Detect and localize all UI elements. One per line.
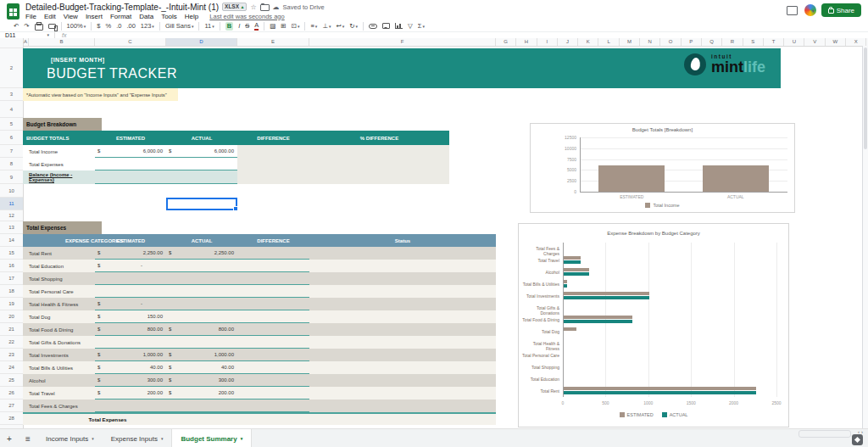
estimated-cell[interactable]	[95, 158, 166, 170]
all-sheets-button[interactable]: ≡	[19, 429, 37, 447]
row-header-13[interactable]: 13	[0, 221, 23, 234]
menu-data[interactable]: Data	[139, 13, 153, 20]
row-header-27[interactable]: 27	[0, 400, 23, 412]
table-row[interactable]: Total Shopping	[23, 272, 496, 285]
actual-cell[interactable]	[166, 285, 237, 298]
actual-cell[interactable]: $300.00	[166, 374, 237, 387]
menu-help[interactable]: Help	[185, 13, 198, 20]
menu-edit[interactable]: Edit	[44, 13, 56, 20]
difference-cell[interactable]	[237, 272, 309, 285]
star-icon[interactable]: ☆	[250, 3, 256, 11]
functions-button[interactable]: Σ▾	[418, 22, 425, 31]
row-header-4[interactable]: 4	[0, 101, 23, 118]
row-header-24[interactable]: 24	[0, 361, 23, 374]
filter-button[interactable]: ▽	[408, 22, 413, 31]
total-expenses-section-header[interactable]: Total Expenses	[23, 221, 102, 234]
table-row[interactable]: Total Investments$1,000.00$1,000.00	[23, 349, 496, 361]
budget-breakdown-section-header[interactable]: Budget Breakdown	[23, 118, 102, 131]
difference-cell[interactable]	[237, 387, 309, 400]
vertical-scrollbar[interactable]	[862, 46, 868, 428]
column-header-S[interactable]: S	[743, 38, 764, 46]
row-header-16[interactable]: 16	[0, 260, 23, 272]
row-header-14[interactable]: 14	[0, 234, 23, 247]
actual-cell[interactable]	[166, 298, 237, 310]
difference-cell[interactable]	[237, 400, 309, 412]
column-header-U[interactable]: U	[784, 38, 804, 46]
font-name-button[interactable]: Gill Sans▾	[165, 22, 194, 31]
text-color-button[interactable]: A	[254, 22, 259, 31]
estimated-cell[interactable]: $300.00	[95, 374, 166, 387]
row-header-19[interactable]: 19	[0, 298, 23, 310]
sheet-tab-expense-inputs[interactable]: Expense Inputs▾	[103, 429, 172, 447]
estimated-cell[interactable]	[95, 400, 166, 412]
formula-input[interactable]	[73, 31, 868, 38]
add-sheet-button[interactable]: +	[0, 429, 19, 447]
estimated-cell[interactable]	[95, 285, 166, 298]
row-header-21[interactable]: 21	[0, 323, 23, 336]
row-header-17[interactable]: 17	[0, 272, 23, 285]
table-row[interactable]: Total Bills & Utilities$40.00$40.00	[23, 361, 496, 374]
actual-cell[interactable]	[166, 260, 237, 272]
estimated-cell[interactable]: $6,000.00	[95, 145, 166, 158]
column-header-D[interactable]: D	[166, 38, 237, 46]
column-header-G[interactable]: G	[496, 38, 516, 46]
actual-cell[interactable]: $40.00	[166, 361, 237, 374]
actual-cell[interactable]	[166, 400, 237, 412]
row-header-8[interactable]: 8	[0, 158, 23, 170]
more-formats-button[interactable]: 123▾	[141, 22, 154, 31]
row-header-15[interactable]: 15	[0, 247, 23, 260]
chart-budget-totals[interactable]: Budget Totals [Breakdown] 02500500075001…	[530, 123, 795, 213]
saved-status[interactable]: Saved to Drive	[283, 3, 325, 11]
column-header-W[interactable]: W	[826, 38, 846, 46]
explore-icon[interactable]	[852, 434, 863, 445]
row-header-23[interactable]: 23	[0, 349, 23, 361]
print-icon[interactable]	[35, 22, 43, 31]
format-percent-button[interactable]: %	[105, 22, 111, 31]
comments-icon[interactable]	[787, 6, 798, 15]
table-row[interactable]: Total Gifts & Donations	[23, 336, 496, 349]
column-header-V[interactable]: V	[805, 38, 826, 46]
column-header-K[interactable]: K	[578, 38, 598, 46]
horizontal-scrollbar[interactable]	[798, 430, 851, 438]
text-rotation-button[interactable]: ↻▾	[349, 22, 358, 31]
text-wrap-button[interactable]: ↩▾	[336, 22, 344, 31]
table-row[interactable]: Total Income$6,000.00$6,000.00	[23, 145, 449, 158]
difference-cell[interactable]	[237, 361, 309, 374]
paint-format-icon[interactable]	[48, 24, 56, 29]
name-box[interactable]: D11▾	[0, 31, 55, 38]
column-header-L[interactable]: L	[599, 38, 620, 46]
sheet-tab-income-inputs[interactable]: Income Inputs▾	[37, 429, 103, 447]
total-expenses-footer-row[interactable]: Total Expenses	[23, 412, 496, 425]
row-header-3[interactable]: 3	[0, 88, 23, 101]
strikethrough-button[interactable]: S	[245, 22, 249, 31]
column-header-Q[interactable]: Q	[702, 38, 722, 46]
sheet-tab-budget-summary[interactable]: Budget Summary▾	[171, 429, 252, 447]
column-header-M[interactable]: M	[620, 38, 640, 46]
column-header-I[interactable]: I	[537, 38, 558, 46]
select-all-corner[interactable]	[0, 38, 24, 46]
format-currency-button[interactable]: $	[97, 22, 100, 31]
difference-cell[interactable]	[237, 374, 309, 387]
name-box-caret-icon[interactable]: ▾	[47, 32, 49, 37]
merge-cells-button[interactable]: ⊡▾	[292, 22, 300, 31]
column-header-H[interactable]: H	[516, 38, 537, 46]
table-row[interactable]: Total Health & Fitness$-	[23, 298, 496, 310]
vertical-align-button[interactable]: ⊥▾	[322, 22, 331, 31]
actual-cell[interactable]	[166, 158, 237, 170]
difference-cell[interactable]	[237, 349, 309, 361]
row-header-9[interactable]: 9	[0, 170, 23, 184]
fill-color-button[interactable]: ▨	[270, 22, 275, 31]
menu-file[interactable]: File	[25, 13, 36, 20]
undo-button[interactable]: ↶	[14, 22, 19, 31]
actual-cell[interactable]	[166, 310, 237, 323]
difference-cell[interactable]	[237, 298, 309, 310]
column-header-N[interactable]: N	[640, 38, 660, 46]
actual-cell[interactable]: $200.00	[166, 387, 237, 400]
column-header-T[interactable]: T	[764, 38, 784, 46]
estimated-cell[interactable]: $200.00	[95, 387, 166, 400]
table-row[interactable]: Alcohol$300.00$300.00	[23, 374, 496, 387]
row-header-11[interactable]: 11	[0, 198, 23, 210]
italic-button[interactable]: I	[238, 22, 240, 31]
table-row[interactable]: Total Personal Care	[23, 285, 496, 298]
table-row[interactable]: Total Rent$2,250.00$2,250.00	[23, 247, 496, 260]
